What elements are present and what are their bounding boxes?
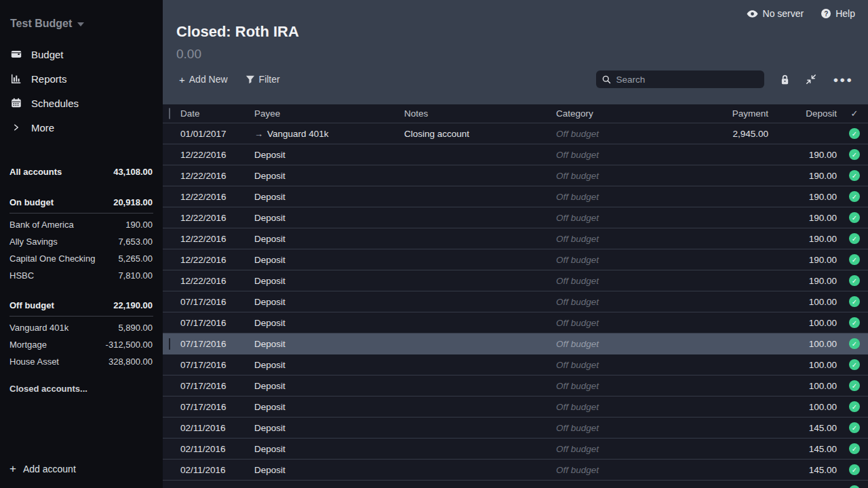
cleared-cell: ✓ xyxy=(841,422,868,433)
payee-name: Deposit xyxy=(254,297,285,307)
lock-icon[interactable] xyxy=(781,75,789,85)
cleared-check-icon[interactable]: ✓ xyxy=(849,128,860,139)
sidebar-item-schedules[interactable]: Schedules xyxy=(0,91,163,115)
cell-deposit: 145.00 xyxy=(773,423,841,433)
table-row[interactable]: 07/17/2016DepositOff budget100.00✓ xyxy=(163,396,868,418)
sidebar-account-row[interactable]: HSBC7,810.00 xyxy=(0,267,163,284)
cell-deposit: 100.00 xyxy=(773,381,841,391)
cleared-check-icon[interactable]: ✓ xyxy=(849,254,860,265)
budget-file-switcher[interactable]: Test Budget xyxy=(0,0,163,37)
column-header-deposit[interactable]: Deposit xyxy=(773,108,841,119)
column-header-notes[interactable]: Notes xyxy=(401,108,553,119)
cleared-check-icon[interactable]: ✓ xyxy=(849,317,860,328)
collapse-transactions-icon[interactable] xyxy=(806,74,816,85)
cell-deposit: 100.00 xyxy=(773,318,841,328)
account-name: Ally Savings xyxy=(9,237,58,247)
account-name: Vanguard 401k xyxy=(9,323,68,333)
cleared-check-icon[interactable]: ✓ xyxy=(849,149,860,160)
cell-payee: Deposit xyxy=(251,486,401,488)
transactions-table-body: 01/01/2017→Vanguard 401kClosing accountO… xyxy=(163,123,868,488)
all-accounts-value: 43,108.00 xyxy=(113,167,153,177)
table-row[interactable]: 07/17/2016DepositOff budget100.00✓ xyxy=(163,354,868,375)
column-header-cleared[interactable]: ✓ xyxy=(841,108,868,119)
table-row[interactable]: 01/01/2017→Vanguard 401kClosing accountO… xyxy=(163,123,868,144)
table-row[interactable]: 12/22/2016DepositOff budget190.00✓ xyxy=(163,144,868,165)
table-row[interactable]: 07/17/2016DepositOff budget100.00✓ xyxy=(163,333,868,354)
sidebar-item-budget[interactable]: Budget xyxy=(0,42,163,66)
sidebar-account-row[interactable]: House Asset328,800.00 xyxy=(0,353,163,370)
column-header-payment[interactable]: Payment xyxy=(678,108,773,119)
cleared-check-icon[interactable]: ✓ xyxy=(849,233,860,244)
sidebar-account-row[interactable]: Bank of America190.00 xyxy=(0,216,163,233)
cleared-check-icon[interactable]: ✓ xyxy=(849,296,860,307)
cell-category: Off budget xyxy=(553,255,678,265)
cleared-check-icon[interactable]: ✓ xyxy=(849,359,860,370)
cell-date: 07/17/2016 xyxy=(178,318,251,328)
cleared-check-icon[interactable]: ✓ xyxy=(849,338,860,349)
table-row[interactable]: 02/11/2016DepositOff budget145.00✓ xyxy=(163,439,868,460)
account-groups: On budget20,918.00Bank of America190.00A… xyxy=(0,193,163,370)
table-row[interactable]: 12/22/2016DepositOff budget190.00✓ xyxy=(163,165,868,186)
account-name: House Asset xyxy=(9,357,59,367)
sidebar-item-reports[interactable]: Reports xyxy=(0,66,163,91)
account-balance: 5,890.00 xyxy=(118,323,153,333)
cell-date: 07/17/2016 xyxy=(178,297,251,307)
search-input[interactable] xyxy=(616,75,758,85)
table-row[interactable]: 07/17/2016DepositOff budget100.00✓ xyxy=(163,375,868,396)
table-row[interactable]: 07/17/2016DepositOff budget100.00✓ xyxy=(163,312,868,333)
cell-category: Off budget xyxy=(553,339,678,349)
cleared-check-icon[interactable]: ✓ xyxy=(849,401,860,412)
row-checkbox[interactable] xyxy=(169,338,170,350)
payee-name: Deposit xyxy=(254,465,285,475)
help-button[interactable]: ? Help xyxy=(821,8,855,19)
all-accounts-row[interactable]: All accounts 43,108.00 xyxy=(0,163,163,181)
cell-deposit: 190.00 xyxy=(773,213,841,223)
filter-funnel-icon xyxy=(245,75,255,84)
add-new-button[interactable]: + Add New xyxy=(179,74,228,85)
cleared-check-icon[interactable]: ✓ xyxy=(849,212,860,223)
column-header-category[interactable]: Category xyxy=(553,108,678,119)
cleared-check-icon[interactable]: ✓ xyxy=(849,485,860,488)
cleared-check-icon[interactable]: ✓ xyxy=(849,275,860,286)
cleared-check-icon[interactable]: ✓ xyxy=(849,422,860,433)
cleared-cell: ✓ xyxy=(841,128,868,139)
transactions-table: Date Payee Notes Category Payment Deposi… xyxy=(163,104,868,488)
account-menu-icon[interactable]: ●●● xyxy=(833,75,853,84)
search-box[interactable] xyxy=(596,70,764,88)
payee-name: Deposit xyxy=(254,444,285,454)
sidebar-account-row[interactable]: Capital One Checking5,265.00 xyxy=(0,250,163,267)
sidebar-item-more[interactable]: More xyxy=(0,115,163,140)
table-row[interactable]: 12/22/2016DepositOff budget190.00✓ xyxy=(163,228,868,249)
table-row[interactable]: 12/22/2016DepositOff budget190.00✓ xyxy=(163,270,868,291)
cleared-check-icon[interactable]: ✓ xyxy=(849,380,860,391)
account-name: Mortgage xyxy=(9,340,47,350)
table-row[interactable]: 12/22/2016DepositOff budget190.00✓ xyxy=(163,207,868,228)
table-row[interactable]: 02/11/2016DepositOff budget145.00✓ xyxy=(163,418,868,439)
account-balance: 5,265.00 xyxy=(118,253,153,264)
sidebar-account-row[interactable]: Ally Savings7,653.00 xyxy=(0,233,163,250)
select-all-checkbox[interactable] xyxy=(169,108,170,119)
cell-deposit: 190.00 xyxy=(773,150,841,160)
account-name: Capital One Checking xyxy=(9,253,95,264)
closed-accounts-link[interactable]: Closed accounts... xyxy=(9,384,153,394)
cleared-check-icon[interactable]: ✓ xyxy=(849,191,860,202)
column-header-date[interactable]: Date xyxy=(178,108,251,119)
column-header-payee[interactable]: Payee xyxy=(251,108,401,119)
cleared-check-icon[interactable]: ✓ xyxy=(849,170,860,181)
cleared-check-icon[interactable]: ✓ xyxy=(849,443,860,454)
account-group-header[interactable]: Off budget22,190.00 xyxy=(9,296,153,317)
privacy-toggle[interactable]: No server xyxy=(747,8,804,19)
cleared-check-icon[interactable]: ✓ xyxy=(849,464,860,475)
table-row[interactable]: 02/11/2016DepositOff budget145.00✓ xyxy=(163,481,868,488)
table-row[interactable]: 02/11/2016DepositOff budget145.00✓ xyxy=(163,460,868,481)
cell-payee: Deposit xyxy=(251,444,401,454)
add-account-button[interactable]: + Add account xyxy=(0,456,163,481)
sidebar-account-row[interactable]: Mortgage-312,500.00 xyxy=(0,336,163,353)
sidebar-account-row[interactable]: Vanguard 401k5,890.00 xyxy=(0,319,163,336)
server-status-label: No server xyxy=(763,8,804,19)
filter-button[interactable]: Filter xyxy=(245,74,280,85)
account-group-header[interactable]: On budget20,918.00 xyxy=(9,193,153,214)
table-row[interactable]: 12/22/2016DepositOff budget190.00✓ xyxy=(163,249,868,270)
table-row[interactable]: 07/17/2016DepositOff budget100.00✓ xyxy=(163,291,868,312)
table-row[interactable]: 12/22/2016DepositOff budget190.00✓ xyxy=(163,186,868,207)
